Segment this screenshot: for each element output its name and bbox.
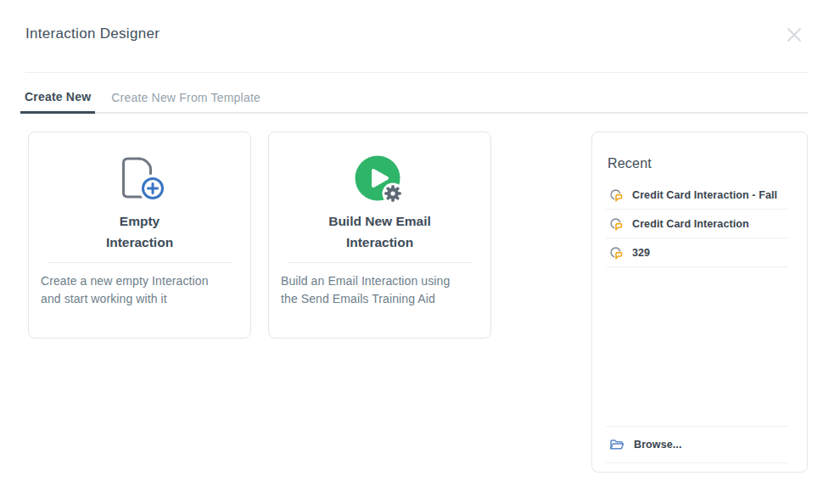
card-divider — [288, 262, 473, 263]
tab-bar: Create New Create New From Template — [20, 90, 808, 114]
interaction-bubble-icon — [609, 188, 623, 202]
recent-item[interactable]: Credit Card Interaction - Fall — [606, 181, 788, 210]
interaction-bubble-icon — [609, 246, 623, 260]
browse-button[interactable]: Browse... — [606, 426, 788, 463]
recent-spacer — [606, 267, 788, 426]
recent-item-label: Credit Card Interaction - Fall — [632, 189, 777, 201]
play-gear-icon — [269, 154, 490, 205]
card-description: Create a new empty Interaction and start… — [41, 272, 238, 308]
card-divider — [48, 262, 232, 263]
recent-item-label: Credit Card Interaction — [632, 218, 749, 230]
interaction-bubble-icon — [609, 217, 623, 231]
card-description: Build an Email Interaction using the Sen… — [281, 272, 479, 308]
recent-list: Credit Card Interaction - Fall Credit Ca… — [606, 181, 788, 267]
document-plus-icon — [29, 154, 250, 205]
tab-create-new-from-template[interactable]: Create New From Template — [107, 91, 265, 112]
recent-panel: Recent Credit Card Interaction - Fall — [591, 132, 808, 473]
empty-interaction-card[interactable]: Empty Interaction Create a new empty Int… — [28, 132, 251, 339]
header-divider — [25, 72, 808, 73]
browse-label: Browse... — [634, 439, 681, 451]
close-icon — [785, 25, 804, 44]
tab-create-new[interactable]: Create New — [20, 90, 95, 114]
dialog-content: Empty Interaction Create a new empty Int… — [28, 132, 808, 473]
card-title: Build New Email Interaction — [269, 210, 490, 253]
recent-title: Recent — [608, 156, 788, 171]
card-title: Empty Interaction — [29, 210, 250, 253]
dialog-title: Interaction Designer — [25, 25, 160, 42]
recent-item[interactable]: Credit Card Interaction — [606, 210, 788, 238]
recent-item[interactable]: 329 — [606, 238, 788, 267]
open-folder-icon — [609, 438, 625, 451]
close-button[interactable] — [784, 25, 804, 45]
recent-item-label: 329 — [632, 247, 650, 259]
build-email-interaction-card[interactable]: Build New Email Interaction Build an Ema… — [268, 132, 491, 339]
